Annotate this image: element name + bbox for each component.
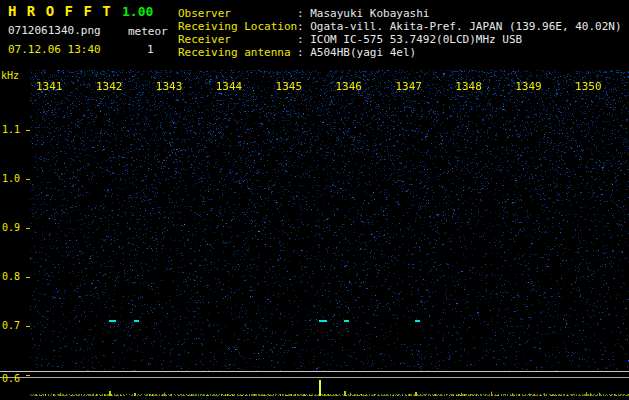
station-info-label: Receiver (178, 33, 297, 46)
station-info-row: Observer: Masayuki Kobayashi (178, 7, 622, 20)
timestamp: 07.12.06 13:40 (8, 43, 101, 56)
x-tick-label: 1349 (515, 80, 542, 93)
x-tick-label: 1344 (216, 80, 243, 93)
station-info-value: : ICOM IC-575 53.7492(0LCD)MHz USB (297, 33, 522, 46)
meteor-counter-label: meteor (128, 25, 168, 38)
y-tick-mark (26, 179, 30, 180)
separator-line-bottom (0, 377, 629, 378)
meteor-counter-value: 1 (147, 43, 154, 56)
output-filename: 0712061340.png (8, 24, 101, 37)
station-info-label: Observer (178, 7, 297, 20)
meteor-echo-mark (134, 320, 139, 322)
x-tick-label: 1345 (276, 80, 303, 93)
y-tick-label: 0.6 (2, 373, 20, 384)
y-tick-label: 1.0 (2, 173, 20, 184)
station-info-row: Receiving Location: Ogata-vill. Akita-Pr… (178, 20, 622, 33)
app-title: H R O F F T (8, 3, 112, 19)
meteor-echo-mark (344, 320, 349, 322)
x-tick-label: 1348 (455, 80, 482, 93)
meteor-echo-mark (109, 320, 116, 322)
station-info-label: Receiving antenna (178, 46, 297, 59)
meteor-echo-mark (415, 320, 420, 322)
x-tick-label: 1346 (336, 80, 363, 93)
y-tick-mark (26, 375, 30, 376)
x-tick-label: 1347 (395, 80, 422, 93)
x-tick-label: 1342 (96, 80, 123, 93)
y-tick-label: 1.1 (2, 124, 20, 135)
y-tick-mark (26, 130, 30, 131)
x-tick-label: 1343 (156, 80, 183, 93)
x-tick-label: 1350 (575, 80, 602, 93)
meteor-echo-mark (319, 320, 327, 322)
x-tick-label: 1341 (36, 80, 63, 93)
app-version: 1.00 (122, 4, 153, 19)
y-tick-label: 0.8 (2, 271, 20, 282)
station-info-label: Receiving Location (178, 20, 297, 33)
station-info-value: : Ogata-vill. Akita-Pref. JAPAN (139.96E… (297, 20, 622, 33)
y-tick-label: 0.7 (2, 320, 20, 331)
station-info-value: : A504HB(yagi 4el) (297, 46, 416, 59)
y-tick-mark (26, 326, 30, 327)
station-info-row: Receiving antenna: A504HB(yagi 4el) (178, 46, 622, 59)
station-info: Observer: Masayuki KobayashiReceiving Lo… (178, 7, 622, 59)
spectrogram-canvas (30, 70, 629, 371)
y-tick-mark (26, 228, 30, 229)
separator-line-top (0, 371, 629, 372)
station-info-value: : Masayuki Kobayashi (297, 7, 429, 20)
y-tick-label: 0.9 (2, 222, 20, 233)
y-tick-mark (26, 277, 30, 278)
hrofft-screen: H R O F F T 1.00 0712061340.png meteor 0… (0, 0, 629, 400)
station-info-row: Receiver: ICOM IC-575 53.7492(0LCD)MHz U… (178, 33, 622, 46)
y-axis-unit-label: kHz (1, 70, 19, 81)
level-plot-canvas (30, 378, 629, 397)
